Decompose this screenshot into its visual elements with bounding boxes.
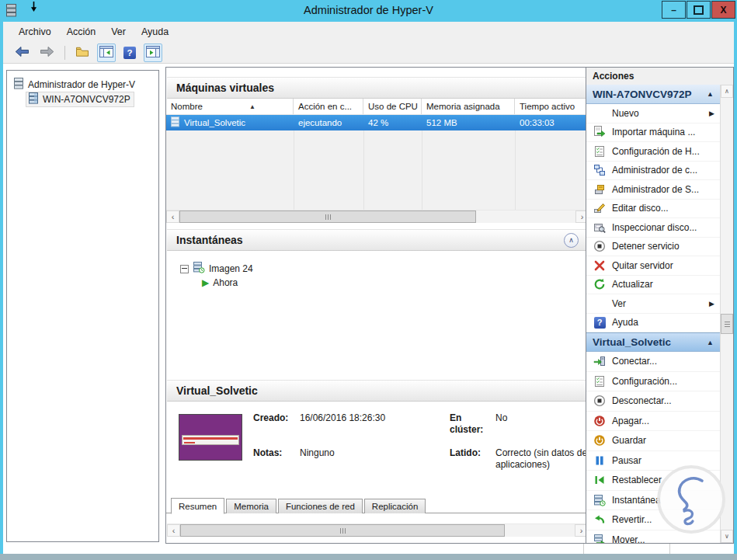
help-button[interactable]: ? <box>121 44 138 61</box>
san-icon <box>593 183 606 196</box>
scroll-left-button[interactable]: ‹ <box>167 524 180 537</box>
scroll-up-button[interactable]: ∧ <box>721 85 733 98</box>
snapshot-root-item[interactable]: Imagen 24 <box>180 262 589 276</box>
help-icon: ? <box>123 47 136 59</box>
vm-table-row[interactable]: Virtual_Solvetic ejecutando 42 % 512 MB … <box>166 115 589 130</box>
tab-memoria[interactable]: Memoria <box>226 499 276 513</box>
vm-thumbnail-band <box>182 435 239 445</box>
action-detener-servicio[interactable]: Detener servicio <box>586 238 720 257</box>
column-cpu[interactable]: Uso de CPU <box>363 99 422 114</box>
tab-resumen[interactable]: Resumen <box>171 498 224 514</box>
action-quitar-servidor[interactable]: Quitar servidor <box>586 256 720 276</box>
status-bar <box>3 544 734 554</box>
action-restablecer[interactable]: Restablecer <box>586 471 720 491</box>
snapshot-icon <box>593 494 606 506</box>
details-section-header: Virtual_Solvetic <box>167 380 588 402</box>
virtual-switch-icon <box>593 164 606 176</box>
pause-icon <box>593 454 606 467</box>
action-administrador-conmutadores[interactable]: Administrador de c... <box>586 162 720 181</box>
vm-list-hscrollbar: ‹ › <box>166 210 589 223</box>
import-icon <box>593 126 606 138</box>
toggle-action-pane-button[interactable] <box>144 43 162 62</box>
status-divider <box>583 544 584 554</box>
actions-body: WIN-A7ONVCV972P ▲ Nuevo ▶ Importar máqui… <box>586 85 720 543</box>
action-pausar[interactable]: Pausar <box>586 451 720 471</box>
refresh-icon <box>593 278 606 290</box>
tree-server-item[interactable]: WIN-A7ONVCV972P <box>7 92 158 106</box>
server-icon <box>28 92 39 106</box>
action-nuevo[interactable]: Nuevo ▶ <box>586 104 720 123</box>
maximize-button[interactable] <box>687 1 711 19</box>
column-divider <box>422 130 422 210</box>
action-importar-maquina[interactable]: Importar máquina ... <box>586 123 720 143</box>
action-administrador-san[interactable]: Administrador de S... <box>586 180 720 200</box>
tab-replicacion[interactable]: Replicación <box>364 499 426 513</box>
menu-archivo[interactable]: Archivo <box>11 24 59 40</box>
collapse-box-icon[interactable] <box>180 265 189 273</box>
tab-funciones-red[interactable]: Funciones de red <box>278 499 363 513</box>
connect-icon <box>593 355 606 367</box>
window-edge-left <box>0 22 3 554</box>
action-ver[interactable]: Ver ▶ <box>586 294 720 314</box>
status-divider <box>669 544 670 554</box>
action-conectar[interactable]: Conectar... <box>586 352 720 372</box>
snapshot-now-item[interactable]: ▶ Ahora <box>180 276 589 290</box>
actions-vm-section-header[interactable]: Virtual_Solvetic ▲ <box>586 332 720 352</box>
menu-accion[interactable]: Acción <box>59 24 104 40</box>
action-revertir[interactable]: Revertir... <box>586 510 720 530</box>
toggle-console-tree-button[interactable] <box>97 43 116 62</box>
hscroll-thumb[interactable] <box>179 210 476 223</box>
action-apagar[interactable]: Apagar... <box>586 412 720 432</box>
action-ayuda[interactable]: ? Ayuda <box>586 314 720 333</box>
vm-details: Creado: 16/06/2016 18:26:30 Notas: Ningu… <box>166 402 589 496</box>
vm-state-cell: ejecutando <box>294 115 363 130</box>
client-area: Administrador de Hyper-V WIN-A7ONVCV972P… <box>3 64 734 544</box>
tree-root-item[interactable]: Administrador de Hyper-V <box>7 77 158 92</box>
vm-uptime-cell: 00:33:03 <box>515 115 589 130</box>
snapshot-root-label: Imagen 24 <box>209 263 253 274</box>
settings-doc-icon <box>593 145 606 158</box>
action-mover[interactable]: Mover... <box>586 530 720 544</box>
vm-list-empty-area <box>166 130 589 210</box>
vm-cpu-cell: 42 % <box>363 115 422 130</box>
export-list-button[interactable] <box>73 43 92 62</box>
forward-button[interactable] <box>37 43 57 62</box>
collapse-icon: ▲ <box>707 90 714 98</box>
created-label: Creado: <box>253 412 288 423</box>
tree-server-label: WIN-A7ONVCV972P <box>43 94 130 105</box>
menu-ayuda[interactable]: Ayuda <box>134 24 176 40</box>
minimize-button[interactable]: – <box>662 1 686 19</box>
back-icon <box>15 46 30 60</box>
snapshots-section-header: Instantáneas ∧ <box>167 229 588 251</box>
close-button[interactable]: X <box>711 1 735 19</box>
hscroll-thumb[interactable] <box>180 524 505 537</box>
column-accion[interactable]: Acción en c... <box>294 99 363 114</box>
action-inspeccionar-disco[interactable]: Inspeccionar disco... <box>586 218 720 238</box>
action-instantanea[interactable]: Instantánea <box>586 491 720 511</box>
vscroll-thumb[interactable] <box>721 314 733 334</box>
panel-collapse-button[interactable]: ∧ <box>564 233 579 248</box>
action-configuracion-vm[interactable]: Configuración... <box>586 372 720 392</box>
action-actualizar[interactable]: Actualizar <box>586 276 720 295</box>
column-nombre[interactable]: Nombre ▲ <box>166 99 294 114</box>
back-button[interactable] <box>12 43 32 62</box>
inspect-disk-icon <box>593 221 606 234</box>
column-memoria[interactable]: Memoria asignada <box>422 99 515 114</box>
scroll-down-button[interactable]: ∨ <box>721 530 733 543</box>
menu-ver[interactable]: Ver <box>103 24 134 40</box>
action-configuracion-hyperv[interactable]: Configuración de H... <box>586 142 720 162</box>
action-desconectar[interactable]: Desconectar... <box>586 391 720 412</box>
submenu-arrow-icon: ▶ <box>709 300 714 308</box>
column-tiempo[interactable]: Tiempo activo <box>515 99 589 114</box>
window-edge-right <box>734 22 737 554</box>
collapse-icon: ▲ <box>707 339 714 346</box>
snapshot-now-label: Ahora <box>213 277 238 288</box>
action-editar-disco[interactable]: Editar disco... <box>586 200 720 219</box>
action-guardar[interactable]: Guardar <box>586 431 720 451</box>
snapshots-tree: Imagen 24 ▶ Ahora <box>166 251 589 374</box>
actions-server-section-header[interactable]: WIN-A7ONVCV972P ▲ <box>586 85 720 104</box>
snapshots-section-title: Instantáneas <box>176 234 243 246</box>
forward-icon <box>40 46 54 60</box>
scroll-left-button[interactable]: ‹ <box>166 210 179 223</box>
cluster-value: No <box>495 412 507 423</box>
